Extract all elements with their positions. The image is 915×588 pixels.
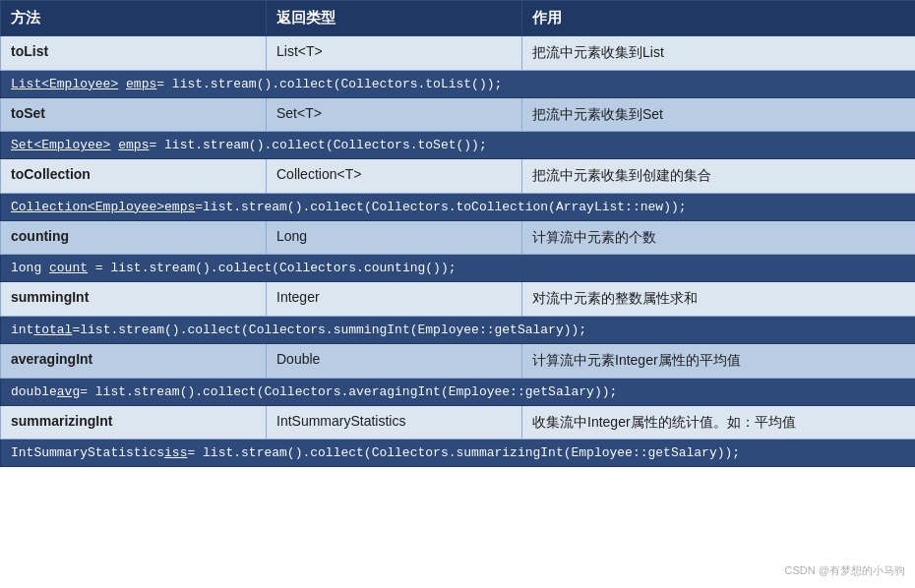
desc-cell: 收集流中Integer属性的统计值。如：平均值: [522, 405, 916, 440]
return-type-cell: Double: [267, 343, 522, 378]
watermark: CSDN @有梦想的小马驹: [785, 563, 905, 578]
table-row: toCollectionCollection<T>把流中元素收集到创建的集合: [1, 159, 916, 194]
code-cell: Collection<Employee>emps=list.stream().c…: [1, 193, 916, 220]
code-cell: Set<Employee> emps= list.stream().collec…: [1, 132, 916, 159]
desc-cell: 把流中元素收集到Set: [522, 97, 916, 132]
code-cell: long count = list.stream().collect(Colle…: [1, 255, 916, 282]
code-row: IntSummaryStatisticsiss= list.stream().c…: [1, 440, 916, 467]
code-row: Collection<Employee>emps=list.stream().c…: [1, 193, 916, 220]
desc-cell: 计算流中元素Integer属性的平均值: [522, 343, 916, 378]
method-cell: toSet: [1, 97, 267, 132]
table-row: toListList<T>把流中元素收集到List: [1, 36, 916, 71]
desc-cell: 对流中元素的整数属性求和: [522, 282, 916, 317]
code-row: doubleavg= list.stream().collect(Collect…: [1, 378, 916, 405]
table-header-row: 方法 返回类型 作用: [1, 1, 916, 36]
code-row: List<Employee> emps= list.stream().colle…: [1, 70, 916, 97]
return-type-cell: Set<T>: [267, 97, 522, 132]
code-row: long count = list.stream().collect(Colle…: [1, 255, 916, 282]
desc-cell: 把流中元素收集到创建的集合: [522, 159, 916, 194]
method-cell: summarizingInt: [1, 405, 267, 440]
method-cell: averagingInt: [1, 343, 267, 378]
header-return: 返回类型: [267, 1, 522, 36]
table-row: toSetSet<T>把流中元素收集到Set: [1, 97, 916, 132]
table-row: countingLong计算流中元素的个数: [1, 220, 916, 255]
return-type-cell: List<T>: [267, 36, 522, 71]
code-cell: doubleavg= list.stream().collect(Collect…: [1, 378, 916, 405]
return-type-cell: Collection<T>: [267, 159, 522, 194]
table-row: averagingIntDouble计算流中元素Integer属性的平均值: [1, 343, 916, 378]
return-type-cell: IntSummaryStatistics: [267, 405, 522, 440]
method-cell: counting: [1, 220, 267, 255]
method-cell: toCollection: [1, 159, 267, 194]
code-row: inttotal=list.stream().collect(Collector…: [1, 316, 916, 343]
return-type-cell: Integer: [267, 282, 522, 317]
table-row: summingIntInteger对流中元素的整数属性求和: [1, 282, 916, 317]
header-desc: 作用: [522, 1, 916, 36]
code-cell: List<Employee> emps= list.stream().colle…: [1, 70, 916, 97]
code-cell: inttotal=list.stream().collect(Collector…: [1, 316, 916, 343]
code-cell: IntSummaryStatisticsiss= list.stream().c…: [1, 440, 916, 467]
method-cell: toList: [1, 36, 267, 71]
return-type-cell: Long: [267, 220, 522, 255]
desc-cell: 把流中元素收集到List: [522, 36, 916, 71]
code-row: Set<Employee> emps= list.stream().collec…: [1, 132, 916, 159]
method-cell: summingInt: [1, 282, 267, 317]
desc-cell: 计算流中元素的个数: [522, 220, 916, 255]
table-row: summarizingIntIntSummaryStatistics收集流中In…: [1, 405, 916, 440]
header-method: 方法: [1, 1, 267, 36]
